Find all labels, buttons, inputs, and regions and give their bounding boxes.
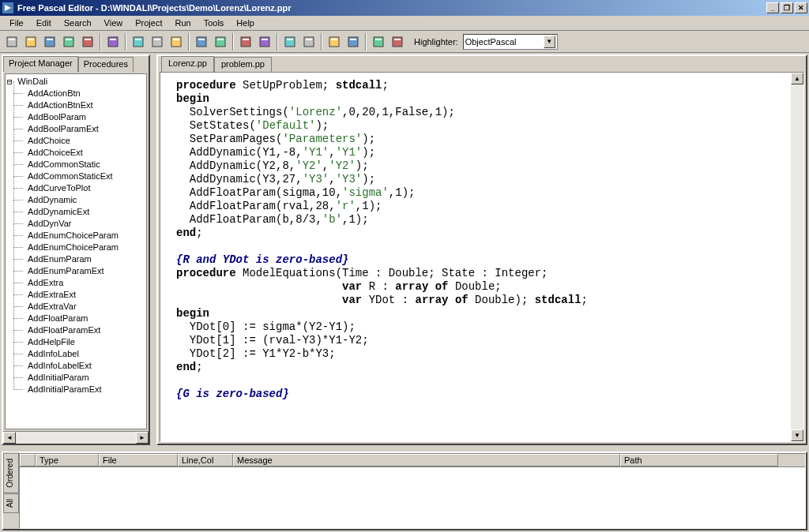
tree-item[interactable]: AddInitialParamExt — [7, 384, 145, 395]
menu-help[interactable]: Help — [230, 17, 261, 29]
svg-rect-13 — [134, 37, 143, 47]
tree-item[interactable]: AddEnumParamExt — [7, 265, 145, 277]
copy-icon[interactable] — [149, 33, 166, 51]
indent-icon[interactable] — [281, 33, 299, 51]
svg-rect-34 — [350, 39, 356, 40]
cut-icon[interactable] — [130, 33, 147, 51]
vertical-splitter[interactable] — [152, 53, 155, 447]
svg-rect-16 — [154, 39, 160, 40]
tree-item[interactable]: AddHelpFile — [7, 336, 145, 348]
messages-tab-ordered[interactable]: Ordered — [3, 453, 19, 493]
editor-vscrollbar[interactable]: ▲ ▼ — [791, 73, 803, 441]
menu-view[interactable]: View — [98, 17, 130, 29]
outdent-icon[interactable] — [300, 33, 318, 51]
menu-project[interactable]: Project — [129, 17, 168, 29]
editor-tabs: Lorenz.ppproblem.pp — [158, 56, 806, 72]
tree-item[interactable]: AddInitialParam — [7, 372, 145, 384]
tree-item[interactable]: AddInfoLabelExt — [7, 360, 145, 372]
message-tabs: OrderedAll — [3, 453, 19, 529]
code-editor[interactable]: procedure SetUpProblem; stdcall; begin S… — [160, 72, 804, 442]
message-list[interactable]: TypeFileLine,ColMessagePath — [19, 453, 806, 529]
scroll-up-icon[interactable]: ▲ — [791, 73, 803, 84]
tree-item[interactable]: AddCurveToPlot — [7, 182, 145, 194]
tree-item[interactable]: AddBoolParam — [7, 111, 145, 123]
compile-icon[interactable] — [325, 33, 343, 51]
svg-rect-23 — [241, 37, 250, 47]
scroll-left-icon[interactable]: ◄ — [3, 432, 16, 444]
tree-item[interactable]: AddInfoLabel — [7, 348, 145, 360]
tree-item[interactable]: AddDynamic — [7, 194, 145, 206]
tree-item[interactable]: AddBoolParamExt — [7, 123, 145, 135]
save-icon[interactable] — [41, 33, 58, 51]
menu-run[interactable]: Run — [168, 17, 197, 29]
message-col-path[interactable]: Path — [620, 454, 778, 466]
redo-icon[interactable] — [212, 33, 229, 51]
message-col-type[interactable]: Type — [36, 454, 99, 466]
replace-icon[interactable] — [256, 33, 273, 51]
svg-rect-7 — [64, 37, 73, 47]
new-file-icon[interactable] — [3, 33, 21, 51]
open-file-icon[interactable] — [22, 33, 40, 51]
message-col-line-col[interactable]: Line,Col — [178, 454, 233, 466]
editor-tab-Lorenz-pp[interactable]: Lorenz.pp — [161, 56, 214, 72]
editor-tab-problem-pp[interactable]: problem.pp — [214, 57, 272, 73]
tree-item[interactable]: AddActionBtnExt — [7, 99, 145, 111]
scroll-down-icon[interactable]: ▼ — [791, 429, 803, 441]
svg-rect-9 — [83, 37, 92, 47]
tree-item[interactable]: AddFloatParamExt — [7, 324, 145, 336]
left-tabs: Project ManagerProcedures — [3, 56, 149, 72]
restore-button[interactable]: ❐ — [781, 2, 793, 13]
message-col-icon[interactable] — [20, 454, 36, 466]
horizontal-splitter[interactable] — [0, 447, 809, 450]
paste-icon[interactable] — [167, 33, 185, 51]
svg-rect-6 — [47, 39, 53, 40]
highlighter-select[interactable]: ObjectPascal▼ — [463, 34, 558, 50]
editor-pane: Lorenz.ppproblem.pp procedure SetUpProbl… — [156, 54, 807, 445]
svg-rect-3 — [26, 37, 36, 47]
build-icon[interactable] — [344, 33, 362, 51]
menu-tools[interactable]: Tools — [198, 17, 231, 29]
close-button[interactable]: ✕ — [795, 2, 807, 13]
chevron-down-icon[interactable]: ▼ — [544, 36, 555, 48]
print-icon[interactable] — [104, 33, 122, 51]
tree-item[interactable]: AddDynVar — [7, 218, 145, 230]
tree-item[interactable]: AddEnumChoiceParam — [7, 242, 145, 253]
app-icon — [2, 2, 14, 14]
tree-item[interactable]: AddExtraExt — [7, 289, 145, 301]
run-icon[interactable] — [370, 33, 387, 51]
left-hscrollbar[interactable]: ◄ ► — [3, 431, 149, 444]
toolbar-separator — [188, 33, 190, 51]
procedures-tree[interactable]: WinDaliAddActionBtnAddActionBtnExtAddBoo… — [5, 73, 147, 429]
scroll-right-icon[interactable]: ► — [136, 432, 149, 444]
tree-item[interactable]: AddEnumParam — [7, 253, 145, 265]
tree-item[interactable]: AddExtraVar — [7, 301, 145, 313]
left-tab-procedures[interactable]: Procedures — [78, 57, 134, 73]
messages-tab-all[interactable]: All — [3, 493, 19, 513]
tree-item[interactable]: AddActionBtn — [7, 88, 145, 99]
menu-edit[interactable]: Edit — [30, 17, 58, 29]
tree-item[interactable]: AddFloatParam — [7, 313, 145, 324]
left-tab-project-manager[interactable]: Project Manager — [3, 56, 78, 72]
tree-item[interactable]: AddCommonStatic — [7, 159, 145, 170]
close-icon[interactable] — [79, 33, 96, 51]
find-icon[interactable] — [237, 33, 254, 51]
svg-rect-32 — [331, 39, 337, 40]
menu-file[interactable]: File — [3, 17, 30, 29]
tree-root[interactable]: WinDali — [7, 76, 145, 88]
tree-item[interactable]: AddChoiceExt — [7, 147, 145, 159]
save-all-icon[interactable] — [60, 33, 77, 51]
message-col-message[interactable]: Message — [233, 454, 620, 466]
tree-item[interactable]: AddCommonStaticExt — [7, 170, 145, 182]
tree-item[interactable]: AddChoice — [7, 135, 145, 147]
message-col-file[interactable]: File — [99, 454, 178, 466]
minimize-button[interactable]: _ — [766, 2, 779, 13]
toolbar-separator — [125, 33, 126, 51]
svg-rect-19 — [197, 37, 206, 47]
play-icon[interactable] — [389, 33, 406, 51]
tree-item[interactable]: AddEnumChoiceParam — [7, 230, 145, 242]
undo-icon[interactable] — [193, 33, 210, 51]
svg-rect-18 — [173, 39, 179, 40]
tree-item[interactable]: AddExtra — [7, 277, 145, 289]
tree-item[interactable]: AddDynamicExt — [7, 206, 145, 218]
menu-search[interactable]: Search — [58, 17, 98, 29]
